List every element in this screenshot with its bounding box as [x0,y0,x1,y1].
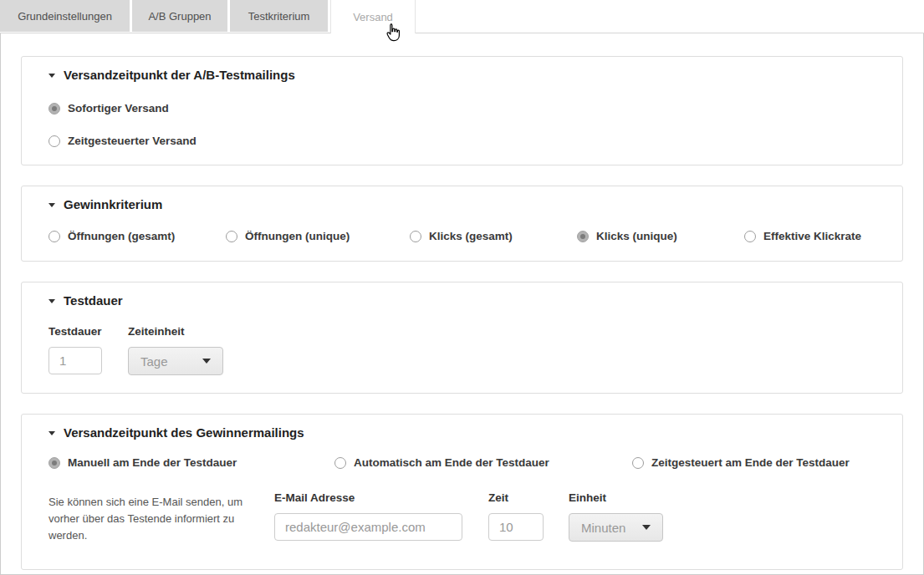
test-duration-label: Testdauer [48,325,128,338]
tab-bar: Grundeinstellungen A/B Gruppen Testkrite… [0,0,924,33]
ab-test-settings-page: Grundeinstellungen A/B Gruppen Testkrite… [0,0,924,575]
time-unit-label: Zeiteinheit [128,325,223,338]
radio-option-zeitgesteuerter-versand[interactable]: Zeitgesteuerter Versand [48,135,876,147]
radio-option-sofortiger-versand[interactable]: Sofortiger Versand [48,102,876,114]
radio-unselected-icon[interactable] [334,457,346,469]
unit-select[interactable]: Minuten [569,513,663,542]
radio-unselected-icon[interactable] [226,231,237,242]
win-criterion-options: Öffnungen (gesamt) Öffnungen (unique) Kl… [48,230,876,242]
radio-unselected-icon[interactable] [632,457,644,469]
radio-unselected-icon[interactable] [744,231,756,242]
unit-selected-value: Minuten [581,521,625,535]
radio-unselected-icon[interactable] [48,231,60,242]
radio-unselected-icon[interactable] [48,135,60,147]
section-winner-send-time-header[interactable]: Versandzeitpunkt des Gewinnermailings [48,425,876,440]
section-title: Gewinnkriterium [64,197,162,211]
collapse-caret-icon [48,431,55,435]
main-content: Versandzeitpunkt der A/B-Testmailings So… [0,33,924,575]
dropdown-caret-icon [202,359,211,364]
tab-ab-gruppen[interactable]: A/B Gruppen [132,0,227,32]
radio-option-oeffnungen-unique[interactable]: Öffnungen (unique) [226,230,410,242]
radio-label: Manuell am Ende der Testdauer [68,456,237,469]
tab-testkriterium[interactable]: Testkriterium [230,0,328,32]
section-title: Versandzeitpunkt des Gewinnermailings [64,425,304,440]
radio-option-oeffnungen-gesamt[interactable]: Öffnungen (gesamt) [48,230,226,242]
radio-option-klicks-unique[interactable]: Klicks (unique) [577,230,744,242]
time-unit-select[interactable]: Tage [128,347,223,375]
radio-option-zeitgesteuert[interactable]: Zeitgesteuert am Ende der Testdauer [632,456,850,469]
section-title: Testdauer [64,293,123,308]
section-win-criterion-header[interactable]: Gewinnkriterium [48,197,876,211]
time-input[interactable] [488,513,544,541]
dropdown-caret-icon [642,525,651,530]
section-win-criterion: Gewinnkriterium Öffnungen (gesamt) Öffnu… [21,186,903,262]
winner-send-time-options: Manuell am Ende der Testdauer Automatisc… [48,456,876,469]
section-winner-send-time: Versandzeitpunkt des Gewinnermailings Ma… [21,414,903,570]
radio-option-manuell[interactable]: Manuell am Ende der Testdauer [48,456,334,469]
section-test-duration: Testdauer Testdauer Zeiteinheit Tage [21,282,903,394]
time-field: Zeit [488,491,544,544]
unit-field: Einheit Minuten [569,491,663,544]
radio-label: Öffnungen (gesamt) [68,230,175,242]
email-input[interactable] [274,513,462,541]
section-ab-test-send-time-header[interactable]: Versandzeitpunkt der A/B-Testmailings [48,68,876,82]
test-duration-field: Testdauer [48,325,128,375]
tab-grundeinstellungen[interactable]: Grundeinstellungen [0,0,130,32]
radio-label: Zeitgesteuert am Ende der Testdauer [651,456,850,469]
radio-unselected-icon[interactable] [410,231,421,242]
radio-option-effektive-klickrate[interactable]: Effektive Klickrate [744,230,861,242]
notification-help-text: Sie können sich eine E-Mail senden, um v… [48,491,258,544]
radio-selected-icon[interactable] [577,231,589,242]
tab-versand[interactable]: Versand [330,0,416,33]
email-label: E-Mail Adresse [274,491,462,504]
section-ab-test-send-time: Versandzeitpunkt der A/B-Testmailings So… [21,56,903,165]
radio-label: Öffnungen (unique) [245,230,350,242]
collapse-caret-icon [48,299,55,303]
radio-label: Effektive Klickrate [763,230,861,242]
collapse-caret-icon [48,203,55,207]
test-duration-input[interactable] [48,347,102,374]
section-title: Versandzeitpunkt der A/B-Testmailings [64,68,295,82]
time-unit-selected-value: Tage [140,354,168,369]
time-label: Zeit [488,491,544,504]
unit-label: Einheit [569,491,663,504]
radio-option-automatisch[interactable]: Automatisch am Ende der Testdauer [334,456,632,469]
section-test-duration-header[interactable]: Testdauer [48,293,876,308]
collapse-caret-icon [48,74,55,78]
radio-label: Automatisch am Ende der Testdauer [354,456,549,469]
radio-label: Klicks (unique) [596,230,677,242]
radio-label: Zeitgesteuerter Versand [68,135,197,147]
radio-selected-icon[interactable] [48,103,60,114]
radio-label: Klicks (gesamt) [429,230,513,242]
radio-label: Sofortiger Versand [68,102,169,114]
radio-option-klicks-gesamt[interactable]: Klicks (gesamt) [410,230,577,242]
radio-selected-icon[interactable] [48,457,60,469]
email-field: E-Mail Adresse [274,491,462,544]
time-unit-field: Zeiteinheit Tage [128,325,223,375]
